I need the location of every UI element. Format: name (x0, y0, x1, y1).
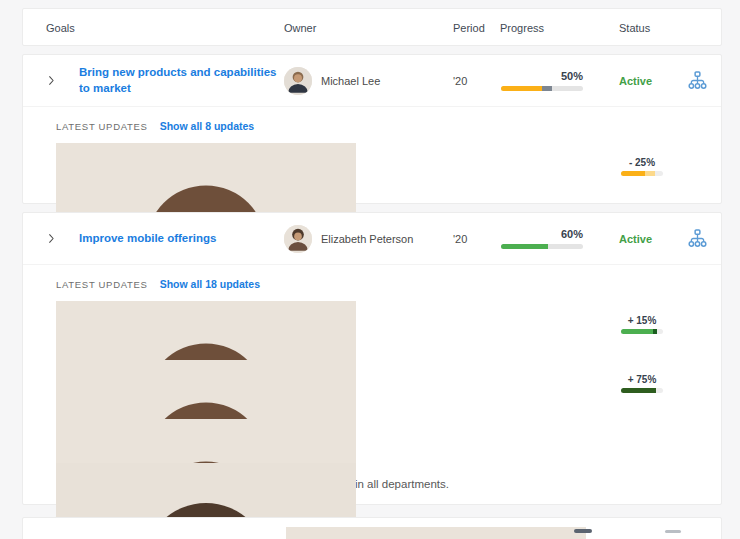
delta-bar (621, 171, 663, 176)
progress-bar-fill (501, 244, 548, 249)
progress-percent: 60% (501, 228, 583, 240)
owner-name: Elizabeth Peterson (321, 233, 413, 245)
goals-page: Goals Owner Period Progress Status Bring… (0, 0, 740, 539)
delta-percent: - 25% (621, 157, 663, 168)
update-item: Sherry Watson 19 hours ago Like updated … (56, 300, 703, 345)
update-delta: + 15% (621, 315, 663, 334)
goal-card: Improve mobile offerings Elizabeth Peter… (22, 212, 722, 505)
column-header-status: Status (619, 22, 650, 34)
update-item: Sherry Watson 20 hours ago Like Our team… (56, 418, 703, 446)
update-delta: - 25% (621, 157, 663, 176)
latest-updates-section: LATEST UPDATES Show all 18 updates Sherr… (23, 265, 721, 534)
status-badge: Active (611, 75, 687, 87)
goal-title-link[interactable]: Improve mobile offerings (79, 231, 284, 247)
delta-bar (621, 329, 663, 334)
column-header-owner: Owner (284, 22, 316, 34)
delta-bar (621, 388, 663, 393)
show-all-updates-link[interactable]: Show all 18 updates (160, 278, 260, 290)
owner-cell: Michael Lee (284, 67, 453, 95)
column-header-goals: Goals (46, 22, 75, 34)
table-header: Goals Owner Period Progress Status (22, 8, 722, 46)
goal-title-link[interactable]: Bring new products and capabilities to m… (79, 65, 284, 96)
expand-chevron-icon[interactable] (23, 74, 79, 87)
progress-bar (501, 244, 583, 249)
progress-percent: 50% (501, 70, 583, 82)
status-badge: Active (611, 233, 687, 245)
org-chart-icon[interactable] (687, 228, 721, 249)
progress-cell: 50% (499, 70, 611, 91)
column-header-period: Period (453, 22, 485, 34)
clipped-progress-label (574, 529, 592, 533)
org-chart-icon[interactable] (687, 70, 721, 91)
clipped-status-label (665, 530, 681, 533)
goal-row: Improve mobile offerings Elizabeth Peter… (23, 213, 721, 265)
progress-bar-marker (542, 86, 552, 91)
goal-card: Bring new products and capabilities to m… (22, 54, 722, 204)
period-value: '20 (453, 233, 499, 245)
progress-cell: 60% (499, 228, 611, 249)
update-item: Sherry Watson 19 hours ago Like updated … (56, 142, 703, 187)
avatar (286, 527, 586, 539)
update-item: Elizabeth Peterson 23 hours ago Like 2 T… (56, 462, 703, 490)
progress-bar-fill (501, 86, 542, 91)
delta-percent: + 75% (621, 374, 663, 385)
avatar (284, 67, 312, 95)
show-all-updates-link[interactable]: Show all 8 updates (160, 120, 255, 132)
period-value: '20 (453, 75, 499, 87)
column-header-progress: Progress (500, 22, 544, 34)
expand-chevron-icon[interactable] (23, 232, 79, 245)
progress-bar (501, 86, 583, 91)
goal-row: Bring new products and capabilities to m… (23, 55, 721, 107)
update-item: Sherry Watson 19 hours ago Like updated … (56, 359, 703, 404)
owner-name: Michael Lee (321, 75, 380, 87)
avatar (284, 225, 312, 253)
owner-cell: Elizabeth Peterson (284, 225, 453, 253)
latest-updates-label: LATEST UPDATES (56, 279, 148, 290)
update-delta: + 75% (621, 374, 663, 393)
latest-updates-label: LATEST UPDATES (56, 121, 148, 132)
goal-card-partial (22, 517, 722, 539)
delta-percent: + 15% (621, 315, 663, 326)
